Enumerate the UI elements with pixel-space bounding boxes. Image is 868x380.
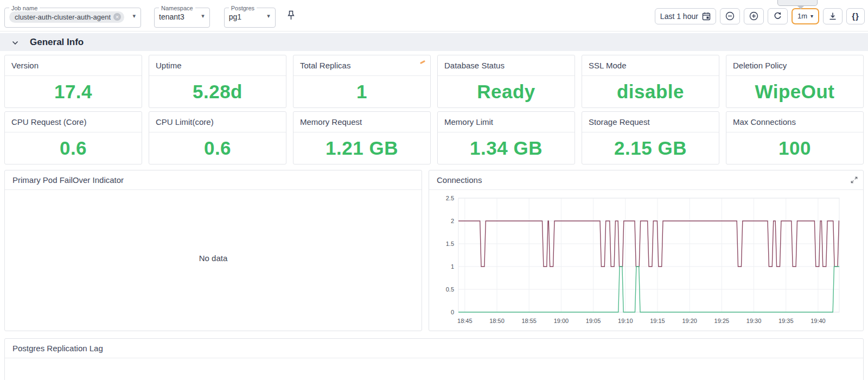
stat-value: Ready (438, 76, 575, 107)
plus-circle-icon (749, 11, 758, 21)
stat-card-cpu-request: CPU Request (Core) 0.6 (4, 111, 142, 164)
stat-value: 5.28d (149, 76, 286, 107)
svg-text:19:35: 19:35 (778, 318, 794, 324)
refresh-button[interactable] (768, 8, 788, 24)
braces-label: {} (852, 11, 859, 21)
panel-replication-lag: Postgres Replication Lag (4, 338, 864, 380)
section-title: General Info (30, 37, 84, 48)
panels-row: Primary Pod FailOver Indicator No data C… (4, 170, 864, 331)
expand-icon (851, 177, 858, 185)
namespace-value: tenant3 (159, 12, 184, 21)
svg-text:18:55: 18:55 (521, 318, 537, 324)
stat-label: Memory Limit (438, 112, 575, 132)
stat-label: Memory Request (293, 112, 430, 132)
stat-card-memory-limit: Memory Limit 1.34 GB (437, 111, 575, 164)
job-name-label: Job name (9, 6, 40, 10)
svg-text:19:20: 19:20 (682, 318, 697, 324)
time-range-picker[interactable]: Last 1 hour (655, 8, 716, 24)
stat-card-memory-request: Memory Request 1.21 GB (293, 111, 431, 164)
refresh-icon (773, 11, 782, 21)
download-icon (828, 12, 837, 21)
namespace-select[interactable]: Namespace tenant3 ▾ (154, 6, 210, 28)
stat-value: 1 (293, 76, 430, 107)
stat-label: Uptime (149, 55, 286, 76)
stat-card-uptime: Uptime 5.28d (149, 55, 286, 108)
chevron-down-icon[interactable]: ▾ (267, 12, 270, 20)
svg-text:1: 1 (451, 263, 454, 270)
postgres-select[interactable]: Postgres pg1 ▾ (224, 6, 276, 28)
stat-card-ssl-mode: SSL Mode disable (582, 55, 719, 108)
stat-value: disable (582, 76, 719, 107)
json-model-button[interactable]: {} (846, 8, 865, 24)
panel-connections: Connections 00.511.522.518:4518:5018:551… (429, 170, 864, 331)
stat-card-storage-request: Storage Request 2.15 GB (582, 111, 719, 164)
stat-card-version: Version 17.4 (4, 55, 142, 108)
pin-button[interactable] (286, 10, 296, 22)
no-data-text: No data (5, 254, 422, 263)
svg-text:19:10: 19:10 (618, 318, 633, 324)
chevron-down-icon[interactable]: ▾ (132, 12, 136, 20)
svg-text:19:30: 19:30 (746, 318, 762, 324)
zoom-in-button[interactable] (744, 8, 764, 24)
stat-label: Total Replicas (300, 61, 350, 70)
chip-remove-icon[interactable]: × (113, 13, 121, 21)
stat-value: WipeOut (726, 76, 863, 107)
tooltip-remnant (777, 0, 818, 6)
stat-label: Max Connections (726, 112, 863, 132)
chevron-down-icon[interactable]: ▾ (201, 12, 205, 20)
stat-card-database-status: Database Status Ready (437, 55, 575, 108)
stat-label: CPU Request (Core) (5, 112, 142, 132)
time-range-label: Last 1 hour (660, 12, 698, 21)
svg-text:19:00: 19:00 (554, 318, 569, 324)
stat-label: Deletion Policy (726, 55, 863, 76)
stat-card-deletion-policy: Deletion Policy WipeOut (726, 55, 864, 108)
panel-warning-icon[interactable] (420, 60, 425, 64)
svg-text:2.5: 2.5 (446, 195, 454, 201)
zoom-out-button[interactable] (720, 8, 740, 24)
stat-value: 1.21 GB (293, 132, 430, 164)
stat-value: 100 (726, 132, 863, 164)
panel-title: Postgres Replication Lag (5, 339, 863, 358)
svg-text:0.5: 0.5 (446, 286, 454, 293)
svg-text:19:40: 19:40 (810, 318, 826, 324)
postgres-label: Postgres (229, 6, 257, 10)
job-name-chip-label: cluster-auth-cluster-auth-agent (15, 13, 111, 21)
section-general-info[interactable]: General Info (0, 33, 868, 51)
panel-failover-indicator: Primary Pod FailOver Indicator No data (4, 170, 422, 331)
calendar-icon (702, 12, 711, 21)
stat-value: 0.6 (5, 132, 142, 164)
chevron-down-icon: ▾ (810, 13, 813, 19)
stat-value: 2.15 GB (582, 132, 719, 164)
expand-panel-button[interactable] (851, 176, 858, 185)
top-toolbar: Job name cluster-auth-cluster-auth-agent… (0, 0, 868, 31)
toolbar-right-group: Last 1 hour (655, 8, 865, 24)
svg-text:18:45: 18:45 (457, 318, 473, 324)
svg-text:2: 2 (451, 218, 454, 224)
stat-label: Database Status (438, 55, 575, 76)
namespace-label: Namespace (159, 6, 195, 10)
download-button[interactable] (823, 8, 843, 24)
svg-text:0: 0 (451, 309, 454, 315)
svg-text:18:50: 18:50 (489, 318, 505, 324)
stat-label: CPU Limit(core) (149, 112, 286, 132)
stat-card-cpu-limit: CPU Limit(core) 0.6 (149, 111, 286, 164)
stat-value: 1.34 GB (438, 132, 575, 164)
svg-text:19:15: 19:15 (650, 318, 665, 324)
svg-text:1.5: 1.5 (446, 240, 454, 247)
stat-value: 0.6 (149, 132, 286, 164)
chevron-down-icon[interactable] (12, 37, 18, 47)
stats-grid: Version 17.4 Uptime 5.28d Total Replicas… (4, 55, 864, 164)
postgres-value: pg1 (229, 12, 241, 21)
stat-label: SSL Mode (582, 55, 719, 76)
stat-label: Version (5, 55, 142, 76)
minus-circle-icon (725, 11, 735, 21)
panel-title: Connections (429, 170, 863, 190)
connections-chart[interactable]: 00.511.522.518:4518:5018:5519:0019:0519:… (429, 190, 863, 330)
job-name-select[interactable]: Job name cluster-auth-cluster-auth-agent… (4, 6, 141, 28)
stat-card-total-replicas: Total Replicas 1 (293, 55, 431, 108)
stat-value: 17.4 (5, 76, 142, 107)
pushpin-icon (286, 14, 296, 22)
refresh-interval-value: 1m (797, 12, 807, 20)
refresh-interval-select[interactable]: 1m ▾ (792, 8, 819, 24)
job-name-chip[interactable]: cluster-auth-cluster-auth-agent × (9, 11, 124, 23)
